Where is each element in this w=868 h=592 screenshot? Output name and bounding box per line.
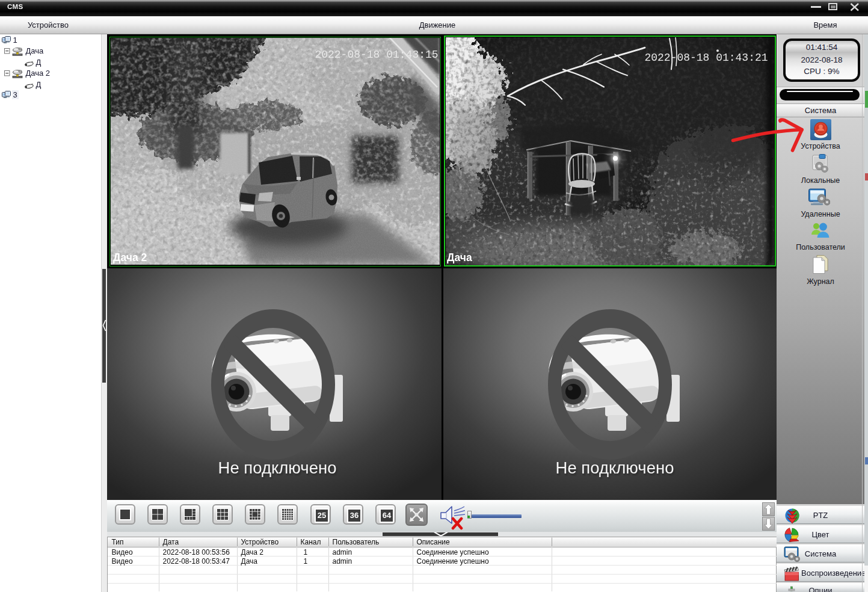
svg-text:2022-08-18 01:43:15: 2022-08-18 01:43:15 (315, 49, 438, 61)
svg-text:Дача 2: Дача 2 (113, 251, 147, 264)
svg-text:Дача: Дача (447, 251, 472, 264)
svg-text:2022-08-18 01:43:21: 2022-08-18 01:43:21 (644, 52, 768, 64)
svg-text:Не подключено: Не подключено (555, 458, 674, 477)
svg-text:Не подключено: Не подключено (218, 458, 336, 477)
